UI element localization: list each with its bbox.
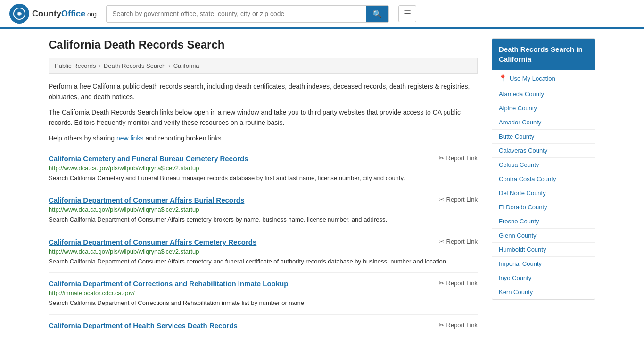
svg-point-1 bbox=[18, 12, 21, 15]
list-item: Alameda County bbox=[492, 87, 595, 101]
record-item: California Department of Consumer Affair… bbox=[49, 231, 478, 273]
report-link-button[interactable]: ✂ Report Link bbox=[439, 321, 478, 329]
list-item: Contra Costa County bbox=[492, 172, 595, 186]
main-content: California Death Records Search Public R… bbox=[49, 38, 478, 338]
new-links-link[interactable]: new links bbox=[116, 134, 144, 142]
report-label: Report Link bbox=[446, 321, 478, 329]
report-icon: ✂ bbox=[439, 196, 444, 203]
record-item-header: California Department of Consumer Affair… bbox=[49, 196, 478, 204]
sidebar-item-del-norte-county[interactable]: Del Norte County bbox=[492, 186, 595, 200]
sidebar-item-butte-county[interactable]: Butte County bbox=[492, 130, 595, 143]
sidebar-item-contra-costa-county[interactable]: Contra Costa County bbox=[492, 172, 595, 186]
sidebar-box: Death Records Search in California 📍 Use… bbox=[492, 38, 595, 300]
record-title[interactable]: California Department of Consumer Affair… bbox=[49, 196, 244, 204]
intro-paragraph-2: The California Death Records Search link… bbox=[49, 107, 478, 128]
page-title: California Death Records Search bbox=[49, 38, 478, 51]
menu-button[interactable]: ☰ bbox=[398, 5, 416, 22]
report-icon: ✂ bbox=[439, 321, 444, 329]
sidebar: Death Records Search in California 📍 Use… bbox=[492, 38, 595, 338]
sidebar-item-fresno-county[interactable]: Fresno County bbox=[492, 214, 595, 228]
report-link-button[interactable]: ✂ Report Link bbox=[439, 196, 478, 203]
list-item: Colusa County bbox=[492, 158, 595, 172]
list-item: Imperial County bbox=[492, 257, 595, 271]
report-label: Report Link bbox=[446, 155, 478, 162]
search-input[interactable] bbox=[107, 6, 366, 22]
record-desc: Search California Cemetery and Funeral B… bbox=[49, 173, 478, 183]
record-title[interactable]: California Department of Health Services… bbox=[49, 321, 238, 329]
hamburger-icon: ☰ bbox=[404, 9, 411, 18]
record-url[interactable]: http://www.dca.ca.gov/pls/wllpub/wllqryn… bbox=[49, 165, 478, 172]
list-item: El Dorado County bbox=[492, 200, 595, 214]
county-list: Alameda County Alpine County Amador Coun… bbox=[492, 87, 595, 299]
sidebar-item-kern-county[interactable]: Kern County bbox=[492, 285, 595, 299]
intro-p3-end: and reporting broken links. bbox=[144, 134, 223, 142]
sidebar-item-el-dorado-county[interactable]: El Dorado County bbox=[492, 200, 595, 214]
record-item-header: California Department of Corrections and… bbox=[49, 280, 478, 288]
location-pin-icon: 📍 bbox=[499, 74, 507, 82]
report-label: Report Link bbox=[446, 238, 478, 245]
sidebar-item-amador-county[interactable]: Amador County bbox=[492, 115, 595, 129]
logo-icon bbox=[9, 4, 29, 24]
breadcrumb-california[interactable]: California bbox=[173, 62, 199, 69]
record-desc: Search California Department of Consumer… bbox=[49, 257, 478, 266]
breadcrumb-sep-2: › bbox=[168, 62, 170, 69]
breadcrumb-public-records[interactable]: Public Records bbox=[55, 62, 96, 69]
sidebar-item-alameda-county[interactable]: Alameda County bbox=[492, 87, 595, 101]
list-item: Amador County bbox=[492, 115, 595, 130]
sidebar-item-imperial-county[interactable]: Imperial County bbox=[492, 257, 595, 271]
record-item: California Cemetery and Funeral Bureau C… bbox=[49, 148, 478, 190]
list-item: Butte County bbox=[492, 130, 595, 144]
list-item: Fresno County bbox=[492, 214, 595, 229]
report-label: Report Link bbox=[446, 196, 478, 203]
report-link-button[interactable]: ✂ Report Link bbox=[439, 238, 478, 245]
record-url[interactable]: http://inmatelocator.cdcr.ca.gov/ bbox=[49, 289, 478, 296]
sidebar-item-inyo-county[interactable]: Inyo County bbox=[492, 271, 595, 285]
search-bar: 🔍 bbox=[106, 5, 389, 23]
list-item: Del Norte County bbox=[492, 186, 595, 200]
report-link-button[interactable]: ✂ Report Link bbox=[439, 155, 478, 162]
report-label: Report Link bbox=[446, 280, 478, 287]
breadcrumb: Public Records › Death Records Search › … bbox=[49, 58, 478, 74]
record-desc: Search California Department of Correcti… bbox=[49, 298, 478, 308]
record-title[interactable]: California Cemetery and Funeral Bureau C… bbox=[49, 155, 248, 163]
sidebar-item-colusa-county[interactable]: Colusa County bbox=[492, 158, 595, 172]
page-wrap: California Death Records Search Public R… bbox=[39, 29, 605, 348]
search-icon: 🔍 bbox=[372, 10, 382, 18]
logo-text: CountyOffice.org bbox=[32, 9, 97, 19]
breadcrumb-sep-1: › bbox=[99, 62, 100, 69]
site-header: CountyOffice.org 🔍 ☰ bbox=[0, 0, 644, 29]
list-item: Alpine County bbox=[492, 101, 595, 115]
list-item: Humboldt County bbox=[492, 243, 595, 257]
records-list: California Cemetery and Funeral Bureau C… bbox=[49, 148, 478, 338]
record-url[interactable]: http://www.dca.ca.gov/pls/wllpub/wllqryn… bbox=[49, 206, 478, 213]
sidebar-heading: Death Records Search in California bbox=[492, 39, 595, 70]
search-button[interactable]: 🔍 bbox=[366, 6, 388, 22]
report-link-button[interactable]: ✂ Report Link bbox=[439, 280, 478, 287]
intro-paragraph-3: Help others by sharing new links and rep… bbox=[49, 133, 478, 143]
record-url[interactable]: http://www.dca.ca.gov/pls/wllpub/wllqryn… bbox=[49, 248, 478, 255]
sidebar-item-alpine-county[interactable]: Alpine County bbox=[492, 101, 595, 115]
record-item-header: California Department of Health Services… bbox=[49, 321, 478, 329]
list-item: Glenn County bbox=[492, 229, 595, 243]
record-title[interactable]: California Department of Consumer Affair… bbox=[49, 238, 256, 246]
record-item-header: California Cemetery and Funeral Bureau C… bbox=[49, 155, 478, 163]
record-desc: Search California Department of Consumer… bbox=[49, 215, 478, 224]
list-item: Calaveras County bbox=[492, 144, 595, 158]
list-item: Inyo County bbox=[492, 271, 595, 285]
sidebar-item-calaveras-county[interactable]: Calaveras County bbox=[492, 144, 595, 157]
record-item: California Department of Health Services… bbox=[49, 315, 478, 338]
report-icon: ✂ bbox=[439, 238, 444, 245]
list-item: Kern County bbox=[492, 285, 595, 299]
report-icon: ✂ bbox=[439, 155, 444, 162]
record-item: California Department of Corrections and… bbox=[49, 273, 478, 315]
breadcrumb-death-records-search[interactable]: Death Records Search bbox=[104, 62, 166, 69]
record-title[interactable]: California Department of Corrections and… bbox=[49, 280, 288, 288]
sidebar-item-glenn-county[interactable]: Glenn County bbox=[492, 229, 595, 242]
intro-paragraph-1: Perform a free California public death r… bbox=[49, 81, 478, 102]
record-item: California Department of Consumer Affair… bbox=[49, 189, 478, 231]
use-my-location[interactable]: 📍 Use My Location bbox=[492, 70, 595, 87]
intro-p3-start: Help others by sharing bbox=[49, 134, 116, 142]
report-icon: ✂ bbox=[439, 280, 444, 287]
sidebar-item-humboldt-county[interactable]: Humboldt County bbox=[492, 243, 595, 256]
record-item-header: California Department of Consumer Affair… bbox=[49, 238, 478, 246]
